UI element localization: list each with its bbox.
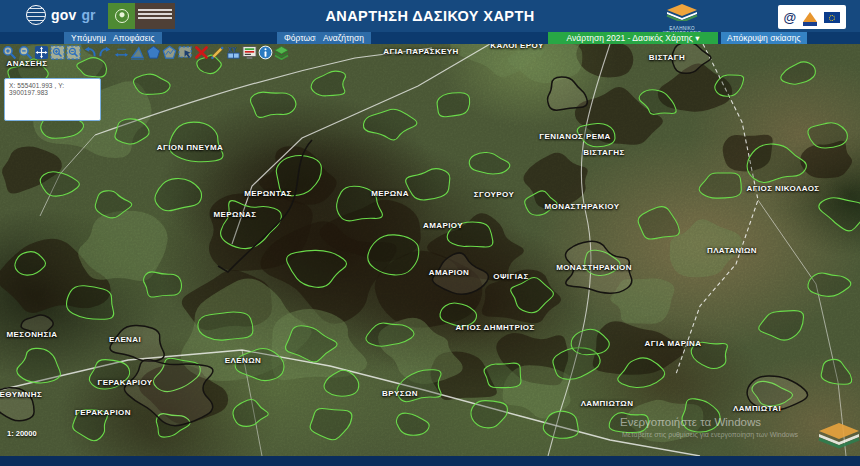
map-label: ΑΓΙΑ ΠΑΡΑΣΚΕΥΗ xyxy=(383,47,459,56)
map-label: ΑΓΙΑ ΜΑΡΙΝΑ xyxy=(645,339,702,348)
map-label: ΒΙΣΤΑΓΗ xyxy=(649,53,685,62)
map-label: ΟΨΙΓΙΑΣ xyxy=(493,272,528,281)
map-label: ΒΡΥΣΩΝ xyxy=(382,389,418,398)
map-label: ΛΑΜΠΙΩΤΩΝ xyxy=(581,399,634,408)
tool-identify-info-icon[interactable] xyxy=(258,45,273,60)
tool-legend-panel-icon[interactable] xyxy=(242,45,257,60)
map-label: ΠΛΑΤΑΝΙΩΝ xyxy=(707,246,757,255)
forest-map-app: govgr ΑΝΑΡΤΗΣΗ ΔΑΣΙΚΟΥ ΧΑΡΤΗ ΕΛΛΗΝΙΚΟ ΚΤ… xyxy=(0,0,860,466)
at-logo-icon: @ xyxy=(784,11,797,24)
tool-measure-distance-icon[interactable] xyxy=(114,45,129,60)
map-label: ΜΕΡΩΝΑ xyxy=(371,189,409,198)
app-header: govgr ΑΝΑΡΤΗΣΗ ΔΑΣΙΚΟΥ ΧΑΡΤΗ ΕΛΛΗΝΙΚΟ ΚΤ… xyxy=(0,0,860,32)
tool-select-by-polygon-icon[interactable] xyxy=(162,45,177,60)
tool-draw-line-icon[interactable] xyxy=(210,45,225,60)
svg-text:XY: XY xyxy=(228,46,237,53)
map-label: ΜΟΝΑΣΤΗΡΑΚΙΟΥ xyxy=(545,202,620,211)
map-label: ΜΟΝΑΣΤΗΡΑΚΙΟΝ xyxy=(556,263,632,272)
tool-zoom-in-icon[interactable] xyxy=(2,45,17,60)
tool-measure-area-icon[interactable] xyxy=(130,45,145,60)
map-label: ΑΜΑΡΙΟΥ xyxy=(423,221,463,230)
tool-clear-graphics-icon[interactable] xyxy=(194,45,209,60)
eu-flag-icon xyxy=(824,12,840,23)
map-label: ΑΓΙΟΣ ΔΗΜΗΤΡΙΟΣ xyxy=(455,323,534,332)
windows-activation-watermark-sub: Μεταβείτε στις ρυθμίσεις για ενεργοποίησ… xyxy=(622,431,798,438)
map-toolbar: XY xyxy=(2,45,289,60)
map-label: ΓΕΝΙΑΝΟΣ ΡΕΜΑ xyxy=(539,132,610,141)
tool-layers-icon[interactable] xyxy=(274,45,289,60)
windows-activation-watermark: Ενεργοποιήστε τα Windows xyxy=(620,416,761,428)
tool-zoom-out-icon[interactable] xyxy=(18,45,33,60)
partner-logos: @ xyxy=(778,5,846,29)
scale-indicator: 1: 20000 xyxy=(7,429,37,438)
map-label: ΓΕΡΑΚΑΡΙΟΝ xyxy=(75,408,131,417)
map-label: ΑΓΙΟΣ ΝΙΚΟΛΑΟΣ xyxy=(747,184,820,193)
map-label: ΚΑΛΟΓΕΡΟΥ xyxy=(490,44,543,50)
tool-zoom-window-out-icon[interactable] xyxy=(66,45,81,60)
map-label: ΜΕΣΟΝΗΣΙΑ xyxy=(7,330,58,339)
map-label: ΛΑΜΠΙΩΤΑΙ xyxy=(733,404,781,413)
map-label: ΕΛΕΝΩΝ xyxy=(225,356,261,365)
ktimatologio-watermark-icon xyxy=(816,422,860,450)
tool-pan-icon[interactable] xyxy=(34,45,49,60)
coordinates-readout: X: 555401.993 , Y: 3900197.983 xyxy=(9,82,96,96)
map-label: ΣΓΟΥΡΟΥ xyxy=(474,190,514,199)
map-label: ΓΕΡΑΚΑΡΙΟΥ xyxy=(97,378,152,387)
house-logo-icon xyxy=(803,12,817,22)
map-label: ΜΕΡΩΝΤΑΣ xyxy=(244,189,292,198)
page-title: ΑΝΑΡΤΗΣΗ ΔΑΣΙΚΟΥ ΧΑΡΤΗ xyxy=(0,8,860,24)
tool-show-coordinates-xy-icon[interactable]: XY xyxy=(226,45,241,60)
map-label: ΒΙΣΤΑΓΗΣ xyxy=(583,148,624,157)
map-label: ΑΓΙΟΝ ΠΝΕΥΜΑ xyxy=(157,143,224,152)
ktimatologio-diamond-icon xyxy=(665,4,699,21)
coordinates-box: X: 555401.993 , Y: 3900197.983 xyxy=(4,78,101,121)
map-label: ΡΕΘΥΜΝΗΣ xyxy=(0,390,42,399)
tool-next-extent-icon[interactable] xyxy=(98,45,113,60)
chevron-down-icon: ▾ xyxy=(695,33,699,43)
tool-draw-polygon-icon[interactable] xyxy=(146,45,161,60)
tool-select-rectangle-icon[interactable] xyxy=(178,45,193,60)
map-label: ΜΕΡΩΝΑΣ xyxy=(214,210,257,219)
map-canvas[interactable]: ΑΝΑΣΕΗΣΚΑΛΟΓΕΡΟΥΑΓΙΑ ΠΑΡΑΣΚΕΥΗΒΙΣΤΑΓΗΓΕΝ… xyxy=(0,44,860,456)
map-label: ΕΛΕΝΑΙ xyxy=(109,335,141,344)
map-label: ΑΜΑΡΙΟΝ xyxy=(429,268,470,277)
tool-zoom-window-in-icon[interactable] xyxy=(50,45,65,60)
tool-previous-extent-icon[interactable] xyxy=(82,45,97,60)
footer-bar xyxy=(0,456,860,466)
